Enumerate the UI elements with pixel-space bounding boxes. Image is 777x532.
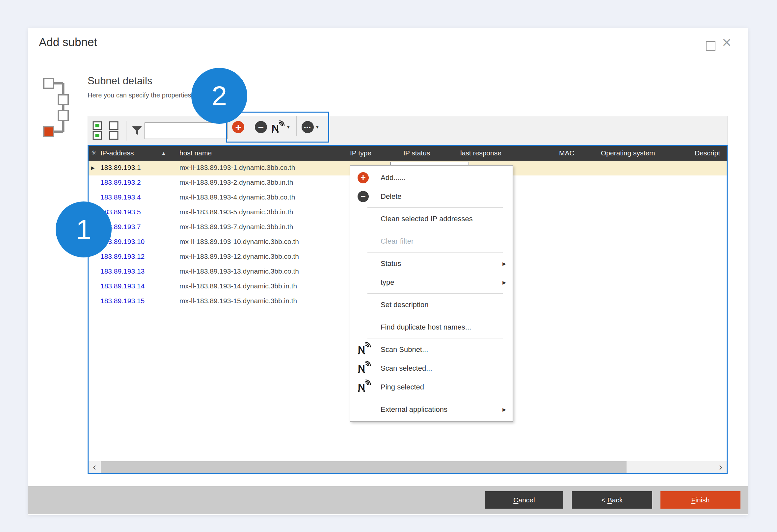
current-row-marker-icon: ▶ (91, 165, 95, 171)
cell-ip-address[interactable]: 183.89.193.13 (100, 267, 144, 275)
menu-item-clean-selected-ip-addresses[interactable]: Clean selected IP addresses (350, 209, 513, 228)
menu-item-type[interactable]: type▶ (350, 273, 513, 292)
scan-dropdown-caret-icon[interactable]: ▾ (287, 124, 290, 130)
menu-item-find-duplicate-host-names[interactable]: Find duplicate host names... (350, 318, 513, 336)
finish-button[interactable]: Finish (660, 491, 741, 509)
menu-item-label: Scan Subnet... (380, 345, 428, 354)
ellipsis-icon: ••• (304, 124, 312, 130)
menu-item-label: Status (380, 259, 401, 268)
cell-host-name: mx-ll-183.89.193-14.dynamic.3bb.in.th (180, 282, 297, 290)
menu-item-label: External applications (380, 405, 447, 414)
toolbar-separator (296, 116, 297, 136)
menu-item-label: Clear filter (380, 237, 414, 245)
cell-host-name: mx-ll-183.89.193-10.dynamic.3bb.co.th (180, 238, 299, 245)
more-dropdown-caret-icon[interactable]: ▾ (316, 124, 319, 130)
menu-item-scan-subnet[interactable]: Scan Subnet... (350, 340, 513, 359)
add-subnet-dialog: Add subnet × Subnet details Here you can… (28, 28, 748, 515)
cell-host-name: mx-ll-183.89.193-7.dynamic.3bb.in.th (180, 223, 293, 231)
cell-host-name: mx-ll-183.89.193-15.dynamic.3bb.in.th (180, 297, 297, 305)
delete-icon: − (357, 191, 369, 202)
cell-host-name: mx-ll-183.89.193-4.dynamic.3bb.co.th (180, 193, 295, 201)
wizard-step-graphic (41, 77, 73, 142)
cell-ip-address[interactable]: 183.89.193.15 (100, 297, 144, 305)
cancel-button[interactable]: Cancel (485, 491, 563, 509)
submenu-arrow-icon: ▶ (503, 280, 506, 285)
menu-item-add[interactable]: +Add...... (350, 168, 513, 187)
add-ip-button[interactable]: + (232, 121, 244, 133)
menu-item-label: Set description (380, 301, 429, 309)
menu-item-scan-selected[interactable]: Scan selected... (350, 359, 513, 378)
menu-item-label: Scan selected... (380, 364, 432, 373)
scan-icon (357, 342, 371, 357)
maximize-icon[interactable] (706, 41, 715, 51)
menu-separator (367, 293, 503, 294)
menu-item-label: Ping selected (380, 383, 424, 392)
scroll-left-icon[interactable]: ‹ (89, 461, 100, 473)
scan-icon (357, 361, 371, 376)
menu-item-delete[interactable]: −Delete (350, 187, 513, 206)
column-header-ip-type[interactable]: IP type (350, 149, 371, 157)
scroll-right-icon[interactable]: › (715, 461, 727, 473)
column-header-operating-system[interactable]: Operating system (601, 149, 655, 157)
submenu-arrow-icon: ▶ (503, 261, 506, 266)
menu-separator (367, 207, 503, 208)
dialog-title: Add subnet (39, 35, 97, 49)
more-actions-button[interactable]: ••• (302, 121, 314, 133)
cell-ip-address[interactable]: 183.89.193.1 (100, 164, 141, 172)
menu-item-label: Find duplicate host names... (380, 323, 471, 331)
menu-separator (367, 398, 503, 398)
menu-item-label: Clean selected IP addresses (380, 215, 473, 223)
filter-icon[interactable] (131, 125, 143, 137)
menu-separator (367, 316, 503, 316)
plus-icon: + (235, 121, 241, 133)
table-header: ✳ IP-address ▲ host name IP type IP stat… (89, 146, 727, 161)
cell-host-name: mx-ll-183.89.193-13.dynamic.3bb.co.th (180, 267, 299, 275)
cell-host-name: mx-ll-183.89.193-1.dynamic.3bb.co.th (180, 164, 295, 172)
menu-item-label: type (380, 278, 395, 287)
column-header-last-response[interactable]: last response (460, 149, 502, 157)
menu-separator (367, 230, 503, 230)
menu-item-external-applications[interactable]: External applications▶ (350, 400, 513, 419)
menu-item-set-description[interactable]: Set description (350, 295, 513, 314)
menu-item-label: Add...... (380, 174, 406, 182)
horizontal-scrollbar[interactable]: ‹ › (89, 461, 727, 473)
context-menu: +Add......−DeleteClean selected IP addre… (350, 165, 513, 422)
column-header-host-name[interactable]: host name (180, 149, 212, 157)
delete-ip-button[interactable]: − (255, 121, 267, 133)
cell-host-name: mx-ll-183.89.193-2.dynamic.3bb.in.th (180, 179, 293, 186)
sort-ascending-icon[interactable]: ▲ (161, 150, 166, 156)
menu-item-label: Delete (380, 192, 402, 201)
row-marker-column-icon: ✳ (91, 149, 97, 157)
scan-icon (357, 380, 371, 395)
close-icon[interactable]: × (722, 34, 731, 50)
annotation-callout-1: 1 (56, 202, 112, 257)
menu-item-clear-filter: Clear filter (350, 232, 513, 250)
table-toolbar (88, 116, 728, 145)
menu-separator (367, 252, 503, 252)
show-all-toggle-icon[interactable] (109, 121, 119, 140)
menu-separator (367, 338, 503, 338)
menu-item-status[interactable]: Status▶ (350, 254, 513, 273)
column-header-mac[interactable]: MAC (559, 149, 574, 157)
cell-host-name: mx-ll-183.89.193-5.dynamic.3bb.in.th (180, 208, 293, 216)
column-header-ip-status[interactable]: IP status (403, 149, 430, 157)
filter-input[interactable] (144, 122, 227, 139)
column-header-description[interactable]: Descript (695, 149, 720, 157)
back-button[interactable]: < Back (572, 491, 652, 509)
show-online-toggle-icon[interactable] (93, 121, 102, 140)
cell-ip-address[interactable]: 183.89.193.12 (100, 252, 144, 260)
cell-ip-address[interactable]: 183.89.193.4 (100, 193, 141, 201)
menu-item-ping-selected[interactable]: Ping selected (350, 378, 513, 396)
minus-icon: − (258, 121, 264, 133)
annotation-callout-2: 2 (191, 68, 247, 124)
submenu-arrow-icon: ▶ (503, 407, 506, 412)
cell-ip-address[interactable]: 183.89.193.14 (100, 282, 144, 290)
column-header-ip-address[interactable]: IP-address (100, 149, 134, 157)
step-title: Subnet details (88, 75, 152, 87)
scrollbar-thumb[interactable] (101, 461, 627, 473)
toolbar-highlight-outline: + − ▾ ••• ▾ (226, 112, 329, 142)
scan-icon[interactable] (271, 120, 285, 134)
cell-ip-address[interactable]: 183.89.193.2 (100, 179, 141, 186)
footer-bar: Cancel< BackFinish (28, 486, 748, 514)
add-icon: + (357, 172, 369, 183)
